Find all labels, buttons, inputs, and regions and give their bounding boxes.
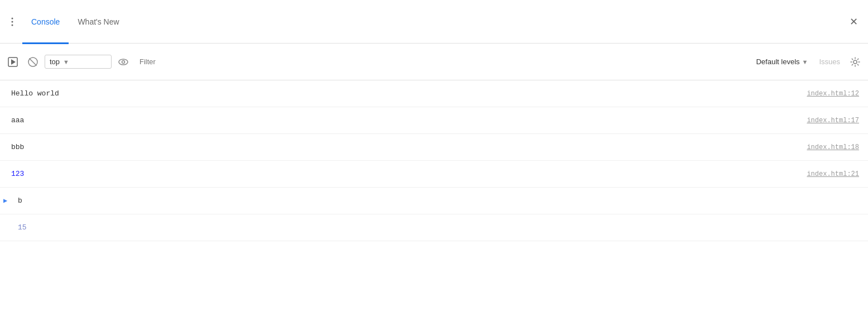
console-line: aaa index.html:17 <box>0 107 868 134</box>
expand-arrow-icon[interactable]: ▶ <box>3 197 7 205</box>
settings-button[interactable] <box>847 54 864 70</box>
console-line: 123 index.html:21 <box>0 161 868 188</box>
tab-list: Console What's New <box>22 0 864 43</box>
close-button[interactable]: ✕ <box>846 14 861 30</box>
context-selector[interactable]: top ▼ <box>45 55 112 69</box>
live-expressions-button[interactable] <box>115 54 132 70</box>
svg-point-2 <box>12 24 13 26</box>
clear-console-button[interactable] <box>25 54 41 70</box>
svg-point-0 <box>12 17 13 19</box>
console-text: bbb <box>11 143 807 151</box>
svg-line-6 <box>30 58 37 65</box>
console-text: Hello world <box>11 89 807 98</box>
svg-point-9 <box>853 60 857 64</box>
console-line: 15 <box>0 214 868 241</box>
console-line: bbb index.html:18 <box>0 134 868 161</box>
sidebar-issues-label: Issues <box>816 54 843 70</box>
console-text: 15 <box>18 223 868 232</box>
console-source-link[interactable]: index.html:12 <box>807 90 859 98</box>
tab-console[interactable]: Console <box>22 1 69 44</box>
console-source-link[interactable]: index.html:17 <box>807 117 859 125</box>
console-text: b <box>18 197 868 205</box>
more-options-button[interactable] <box>4 14 20 30</box>
svg-marker-4 <box>11 59 16 65</box>
console-line: Hello world index.html:12 <box>0 80 868 107</box>
console-text: aaa <box>11 116 807 125</box>
svg-point-7 <box>119 59 128 65</box>
tab-whats-new[interactable]: What's New <box>69 1 128 44</box>
default-levels-button[interactable]: Default levels ▼ <box>751 55 812 68</box>
console-toolbar: top ▼ Default levels ▼ Issues <box>0 44 868 80</box>
execute-button[interactable] <box>4 54 21 70</box>
filter-input[interactable] <box>135 55 748 68</box>
console-source-link[interactable]: index.html:21 <box>807 170 859 178</box>
console-source-link[interactable]: index.html:18 <box>807 143 859 151</box>
svg-point-1 <box>12 21 13 22</box>
top-bar: Console What's New ✕ <box>0 0 868 44</box>
console-output: Hello world index.html:12 aaa index.html… <box>0 80 868 241</box>
svg-point-8 <box>122 60 125 63</box>
console-text: 123 <box>11 170 807 178</box>
console-line: ▶ b <box>0 188 868 214</box>
